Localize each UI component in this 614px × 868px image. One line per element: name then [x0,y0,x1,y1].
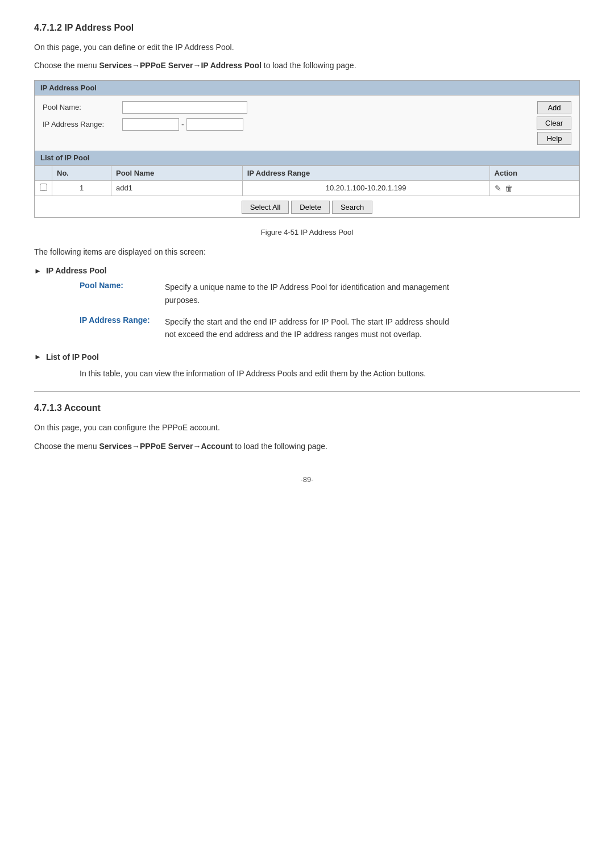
ip-range-field-label: IP Address Range: [80,315,165,341]
pool-name-label: Pool Name: [43,103,122,111]
figure-caption: Figure 4-51 IP Address Pool [34,228,580,236]
pool-name-input[interactable] [122,101,247,114]
row-ip-range: 10.20.1.100-10.20.1.199 [242,180,489,196]
delete-button[interactable]: Delete [291,201,330,214]
ip-address-range-label: IP Address Range: [43,120,122,128]
col-checkbox [35,165,52,180]
section-heading-4712: 4.7.1.2 IP Address Pool [34,23,580,33]
pool-name-field-row: Pool Name: Specify a unique name to the … [80,281,580,306]
ip-address-pool-panel-body: Pool Name: IP Address Range: - Add Clear… [35,95,579,151]
pool-name-field-desc: Specify a unique name to the IP Address … [165,281,449,306]
menu-instruction-473: Choose the menu Services→PPPoE Server→Ac… [34,440,580,452]
col-ip-range: IP Address Range [242,165,489,180]
table-header-row: No. Pool Name IP Address Range Action [35,165,579,180]
page-number: -89- [300,475,313,484]
ip-range-field-row: IP Address Range: Specify the start and … [80,315,580,341]
row-action: ✎ 🗑 [489,180,579,196]
ip-pool-table-wrap: No. Pool Name IP Address Range Action 1 … [35,165,579,217]
field-descriptions: Pool Name: Specify a unique name to the … [80,281,580,341]
ip-range-end-input[interactable] [186,118,243,131]
col-pool-name: Pool Name [111,165,243,180]
list-of-ip-pool-header: List of IP Pool [35,151,579,165]
row-pool-name: add1 [111,180,243,196]
action-buttons: Add Clear Help [537,101,571,145]
list-ip-pool-desc: In this table, you can view the informat… [80,367,580,380]
table-actions: Select All Delete Search [35,196,579,217]
ip-pool-table: No. Pool Name IP Address Range Action 1 … [35,165,579,196]
help-button[interactable]: Help [537,132,571,145]
clear-button[interactable]: Clear [537,117,571,130]
bullet-arrow: ► [34,267,42,275]
table-row: 1 add1 10.20.1.100-10.20.1.199 ✎ 🗑 [35,180,579,196]
bullet-ip-address-pool-label: IP Address Pool [46,266,107,275]
ip-address-pool-panel: IP Address Pool Pool Name: IP Address Ra… [34,80,580,218]
page-footer: -89- [34,475,580,484]
section-intro: On this page, you can define or edit the… [34,41,580,53]
ip-range-field-desc: Specify the start and the end IP address… [165,315,449,341]
section-divider [34,391,580,392]
row-no: 1 [52,180,111,196]
action-icons: ✎ 🗑 [495,184,574,193]
ip-range-start-input[interactable] [122,118,179,131]
bullet-list-ip-pool-label: List of IP Pool [46,352,99,362]
menu-instruction: Choose the menu Services→PPPoE Server→IP… [34,59,580,72]
pool-name-field-label: Pool Name: [80,281,165,306]
ip-range-separator: - [181,120,184,129]
select-all-button[interactable]: Select All [242,201,289,214]
add-button[interactable]: Add [537,101,571,114]
following-items-text: The following items are displayed on thi… [34,246,580,258]
search-button[interactable]: Search [332,201,372,214]
form-plus-buttons: Pool Name: IP Address Range: - Add Clear… [43,101,571,145]
form-fields: Pool Name: IP Address Range: - [43,101,537,135]
pool-name-row: Pool Name: [43,101,537,114]
row-checkbox[interactable] [40,184,47,191]
ip-range-inputs: - [122,118,243,131]
delete-icon[interactable]: 🗑 [505,184,513,193]
row-checkbox-cell [35,180,52,196]
col-action: Action [489,165,579,180]
section-heading-4713: 4.7.1.3 Account [34,403,580,413]
edit-icon[interactable]: ✎ [495,184,501,193]
bullet-ip-address-pool: ► IP Address Pool [34,266,580,275]
col-no: No. [52,165,111,180]
ip-address-pool-panel-header: IP Address Pool [35,81,579,95]
bullet-arrow2: ► [34,352,42,361]
ip-range-row: IP Address Range: - [43,118,537,131]
section473-intro: On this page, you can configure the PPPo… [34,421,580,434]
bullet-list-of-ip-pool: ► List of IP Pool [34,352,580,362]
